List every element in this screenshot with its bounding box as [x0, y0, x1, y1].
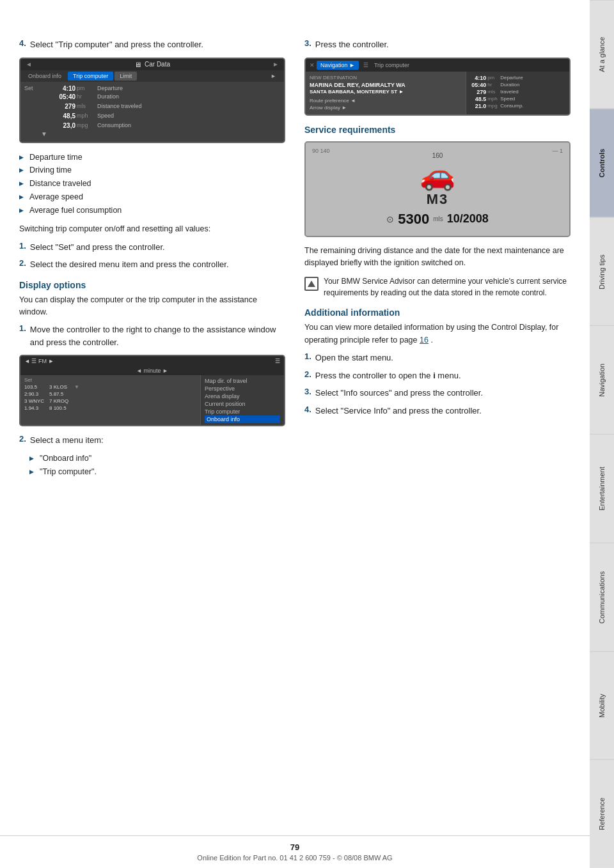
additional-info-heading: Additional information — [304, 307, 571, 318]
nav-tab-trip: Trip computer — [370, 61, 413, 70]
bullet-fuel: Average fuel consumption — [19, 204, 285, 217]
svc-gauge-labels: 90 140 — 1 — [312, 148, 563, 154]
assist-screen: ◄ ☰ FM ► ☰ ◄ minute ► Set 103.5 3 KLOS ▼… — [19, 355, 285, 426]
ntr-v-1: 4:10 — [470, 75, 486, 81]
nav-icon2: ☰ — [363, 62, 368, 68]
footer-text: Online Edition for Part no. 01 41 2 600 … — [19, 854, 571, 862]
display-options-text: You can display the computer or the trip… — [19, 294, 285, 319]
sidebar-tab-driving-tips[interactable]: Driving tips — [590, 217, 614, 326]
nav-dest-2: SANTA BARBARA, MONTERREY ST ► — [310, 89, 462, 95]
step-2a-number: 2. — [19, 258, 26, 271]
switching-text: Switching trip computer on/off and reset… — [19, 223, 285, 235]
step-1b-text: Move the controller to the right to chan… — [30, 323, 285, 348]
menu-item-5: Trip computer — [205, 408, 280, 415]
cds-tab-onboard: Onboard info — [23, 72, 67, 81]
ntr-d-4: Speed — [500, 96, 519, 102]
step-3-number: 3. — [304, 38, 311, 51]
cds-tab-limit: Limit — [114, 72, 137, 81]
bullet-distance: Distance traveled — [19, 177, 285, 190]
svc-gauge-right: — 1 — [552, 148, 563, 154]
ntr-d-3: traveled — [500, 89, 519, 95]
sidebar-tab-entertainment[interactable]: Entertainment — [590, 434, 614, 543]
nav-star-icon: ✕ — [310, 62, 315, 68]
bullet-departure: Departure time — [19, 151, 285, 164]
cds-right-arrow: ► — [272, 61, 279, 68]
step-1a-text: Select "Set" and press the controller. — [30, 241, 165, 254]
ntr-v-4: 48.5 — [470, 96, 486, 102]
bullet-speed: Average speed — [19, 190, 285, 204]
svc-model-badge: M3 — [312, 191, 563, 208]
note-triangle-icon — [304, 277, 319, 291]
ai-step-2-number: 2. — [304, 369, 311, 382]
cds-desc-1: Departure — [97, 85, 280, 91]
bullet-onboard: "Onboard info" — [29, 452, 285, 465]
nav-arrow-display: Arrow display ► — [310, 104, 462, 111]
cds-unit-3: mls — [77, 103, 96, 110]
step-1a-number: 1. — [19, 241, 26, 254]
sidebar-tab-controls[interactable]: Controls — [590, 109, 614, 217]
bullet-trip: "Trip computer". — [29, 465, 285, 479]
cds-tab-arrow: ► — [265, 72, 281, 81]
menu-item-1: Map dir. of travel — [205, 377, 280, 385]
assist-set-label: Set — [24, 377, 33, 383]
cds-desc-4: Speed — [97, 112, 280, 120]
feature-list: Departure time Driving time Distance tra… — [19, 151, 285, 217]
cds-set-label: Set — [24, 85, 50, 91]
assist-row1-v: ▼ — [74, 384, 79, 390]
nav-dest-1: MARINA DEL REY, ADMIRALTY WA — [310, 82, 462, 88]
cds-tab-trip: Trip computer — [68, 72, 113, 81]
assist-row2-a: 2:90.3 — [24, 391, 47, 397]
sidebar-tab-reference[interactable]: Reference — [590, 759, 614, 868]
sidebar-tab-at-a-glance[interactable]: At a glance — [590, 0, 614, 109]
ntr-d-1: Departure — [500, 75, 519, 81]
nav-dest-label: New destination — [310, 75, 462, 81]
ntr-v-2: 05:40 — [470, 82, 486, 88]
ai-step-1-number: 1. — [304, 352, 311, 364]
ntr-v-3: 279 — [470, 89, 486, 95]
menu-item-4: Current position — [205, 400, 280, 408]
ntr-u-2: hr — [487, 82, 499, 88]
service-req-heading: Service requirements — [304, 125, 571, 135]
note-box: Your BMW Service Advisor can determine y… — [304, 275, 571, 298]
ai-step-1-text: Open the start menu. — [315, 352, 393, 364]
sidebar-tab-communications[interactable]: Communications — [590, 543, 614, 651]
display-options-heading: Display options — [19, 280, 285, 290]
cds-desc-3: Distance traveled — [97, 103, 280, 110]
note-text: Your BMW Service Advisor can determine y… — [324, 275, 571, 298]
cds-unit-4: mph — [77, 112, 96, 120]
step-2b-text: Select a menu item: — [30, 434, 104, 447]
assist-header-arrows: ◄ ☰ FM ► — [24, 358, 54, 364]
ai-step-4-text: Select "Service Info" and press the cont… — [315, 405, 482, 417]
nav-screen: ✕ Navigation ► ☰ Trip computer New desti… — [304, 58, 571, 116]
menu-item-6-selected: Onboard info — [205, 415, 280, 423]
cds-desc-5: Consumption — [97, 122, 280, 129]
additional-info-link[interactable]: 16 — [420, 336, 429, 345]
sidebar-tab-mobility[interactable]: Mobility — [590, 651, 614, 760]
step-4-number: 4. — [19, 38, 26, 51]
ntr-u-5: mpg — [487, 103, 499, 109]
cds-scroll-arrow: ▼ — [24, 130, 50, 137]
step-4-text: Select "Trip computer" and press the con… — [30, 38, 203, 51]
service-screen: 90 140 — 1 160 🚗 M3 ⊙ 5300 mls 10/2008 — [304, 141, 571, 237]
assist-row2-b: 5.87.5 — [49, 391, 72, 397]
cds-unit-1: pm — [77, 85, 96, 91]
sidebar-tab-navigation[interactable]: Navigation — [590, 325, 614, 434]
step-1b-number: 1. — [19, 323, 26, 348]
ntr-u-3: mls — [487, 89, 499, 95]
assist-row1-b: 3 KLOS — [49, 384, 72, 390]
cds-val-4: 48,5 — [51, 112, 75, 120]
assist-row4-a: 1.94.3 — [24, 405, 47, 411]
page-number: 79 — [19, 842, 571, 852]
ai-step-4-number: 4. — [304, 405, 311, 417]
assist-subheader: ◄ minute ► — [20, 366, 284, 375]
car-data-screen: ◄ 🖥 Car Data ► Onboard info Trip compute… — [19, 58, 285, 143]
cds-left-arrow: ◄ — [26, 61, 32, 68]
cds-val-3: 279 — [51, 103, 75, 110]
service-req-text: The remaining driving distance and the d… — [304, 245, 571, 270]
svc-date-val: 10/2008 — [447, 212, 489, 226]
cds-val-5: 23,0 — [51, 122, 75, 129]
assist-row3-b: 7 KROQ — [49, 398, 72, 404]
assist-row1-a: 103.5 — [24, 384, 47, 390]
sidebar: At a glance Controls Driving tips Naviga… — [590, 0, 614, 868]
ai-step-3-text: Select "Info sources" and press the cont… — [315, 387, 483, 399]
